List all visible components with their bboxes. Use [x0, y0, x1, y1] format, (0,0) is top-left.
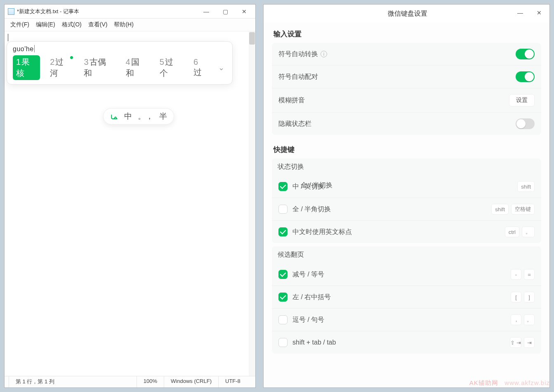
sub-state-switch: 状态切换 [272, 158, 541, 175]
ime-mode-width[interactable]: 半 [159, 111, 167, 122]
key-badge: ⇥ [524, 337, 535, 348]
info-icon[interactable]: i [321, 51, 327, 57]
ime-mode-punct[interactable]: 。， [138, 111, 153, 122]
ime-status-bar[interactable]: 中 。， 半 [103, 108, 174, 125]
section-input-title: 输入设置 [272, 23, 541, 43]
state-row-label: 中 / 英切换全 / 半切换 [292, 182, 517, 191]
ime-mode-chinese[interactable]: 中 [124, 111, 132, 122]
key-badge: shift [517, 181, 535, 192]
statusbar: 第 1 行，第 1 列 100% Windows (CRLF) UTF-8 [5, 376, 255, 387]
state-row-label: 全 / 半角切换 [292, 205, 491, 214]
checkbox[interactable] [278, 227, 288, 236]
paging-row-0: 减号 / 等号-= [272, 263, 541, 286]
settings-window: 微信键盘设置 — ✕ 输入设置 符号自动转换i符号自动配对模糊拼音设置隐藏状态栏… [263, 4, 550, 388]
menu-file[interactable]: 文件(F) [9, 20, 31, 29]
scrollbar-thumb[interactable] [249, 32, 255, 45]
ime-candidate-6[interactable]: 6过 [190, 56, 210, 79]
key-group: shift [517, 181, 535, 192]
key-group: [] [511, 292, 535, 302]
menu-help[interactable]: 帮助(H) [112, 20, 135, 29]
menu-format[interactable]: 格式(O) [60, 20, 83, 29]
watermark: AK辅助网 www.akfzw.biz [469, 379, 550, 387]
settings-minimize-button[interactable]: — [511, 6, 530, 19]
state-row-label: 中文时使用英文标点 [292, 228, 505, 236]
key-badge: ， [511, 314, 521, 325]
notepad-title: *新建文本文档.txt - 记事本 [17, 8, 197, 15]
input-row-1: 符号自动配对 [272, 65, 541, 88]
key-badge: ] [524, 292, 535, 302]
state-row-2: 中文时使用英文标点ctrl。 [272, 220, 541, 243]
input-row-3: 隐藏状态栏 [272, 112, 541, 135]
ime-candidates: 1果核2过河3古偶和4国和5过个6过⌄ [13, 55, 226, 80]
status-encoding: UTF-8 [218, 376, 255, 387]
checkbox[interactable] [278, 205, 288, 214]
key-group: shift空格键 [491, 204, 535, 215]
notepad-icon [8, 8, 14, 15]
key-badge: = [524, 269, 535, 280]
menu-view[interactable]: 查看(V) [87, 20, 109, 29]
input-row-label: 符号自动配对 [278, 73, 516, 81]
ime-candidate-3[interactable]: 3古偶和 [80, 55, 116, 80]
settings-titlebar[interactable]: 微信键盘设置 — ✕ [264, 5, 549, 23]
panel-paging: 候选翻页 减号 / 等号-=左 / 右中括号[]逗号 / 句号，。shift +… [272, 246, 541, 354]
settings-button[interactable]: 设置 [509, 94, 535, 106]
ime-candidate-4[interactable]: 4国和 [123, 55, 150, 80]
checkbox[interactable] [278, 182, 288, 191]
key-badge: ctrl [505, 227, 519, 237]
key-badge: 。 [522, 227, 535, 237]
ime-candidate-2[interactable]: 2过河 [47, 55, 74, 80]
settings-title: 微信键盘设置 [388, 9, 427, 18]
checkbox[interactable] [278, 293, 288, 302]
checkbox[interactable] [278, 315, 288, 324]
input-row-label: 符号自动转换i [278, 50, 516, 59]
close-button[interactable]: ✕ [235, 5, 254, 18]
key-badge: - [511, 269, 521, 280]
settings-body[interactable]: 输入设置 符号自动转换i符号自动配对模糊拼音设置隐藏状态栏 快捷键 状态切换 中… [264, 23, 549, 387]
maximize-button[interactable]: ▢ [216, 5, 235, 18]
status-eol: Windows (CRLF) [164, 376, 218, 387]
toggle-3[interactable] [516, 118, 535, 129]
notepad-titlebar[interactable]: *新建文本文档.txt - 记事本 — ▢ ✕ [5, 5, 255, 19]
menubar: 文件(F) 编辑(E) 格式(O) 查看(V) 帮助(H) [5, 19, 255, 31]
sub-paging: 候选翻页 [272, 246, 541, 263]
paging-row-2: 逗号 / 句号，。 [272, 308, 541, 331]
status-pos: 第 1 行，第 1 列 [9, 376, 137, 387]
scrollbar[interactable] [249, 31, 255, 376]
paging-row-label: 逗号 / 句号 [292, 316, 511, 324]
input-row-label: 隐藏状态栏 [278, 120, 516, 128]
minimize-button[interactable]: — [197, 5, 216, 18]
paging-row-1: 左 / 右中括号[] [272, 286, 541, 308]
ime-candidate-box: guo'he 1果核2过河3古偶和4国和5过个6过⌄ [7, 41, 233, 85]
checkbox[interactable] [278, 338, 288, 347]
text-cursor [8, 34, 8, 41]
section-shortcut-title: 快捷键 [272, 138, 541, 158]
ime-candidate-5[interactable]: 5过个 [156, 55, 184, 80]
paging-row-label: 左 / 右中括号 [292, 293, 511, 302]
ime-logo-icon [110, 112, 118, 120]
toggle-1[interactable] [516, 71, 535, 82]
panel-state-switch: 状态切换 中 / 英切换全 / 半切换shift全 / 半角切换shift空格键… [272, 158, 541, 243]
state-row-1: 全 / 半角切换shift空格键 [272, 198, 541, 220]
key-badge: 。 [524, 314, 535, 325]
paging-row-3: shift + tab / tab⇧ ⇥⇥ [272, 331, 541, 354]
key-badge: [ [511, 292, 521, 302]
ime-candidate-1[interactable]: 1果核 [13, 55, 40, 80]
input-row-0: 符号自动转换i [272, 43, 541, 65]
ime-input-display: guo'he [13, 45, 226, 53]
input-row-2: 模糊拼音设置 [272, 88, 541, 112]
toggle-0[interactable] [516, 49, 535, 59]
key-group: ctrl。 [505, 227, 535, 237]
status-zoom: 100% [137, 376, 164, 387]
key-badge: ⇧ ⇥ [510, 337, 521, 348]
panel-input: 符号自动转换i符号自动配对模糊拼音设置隐藏状态栏 [272, 43, 541, 135]
checkbox[interactable] [278, 270, 288, 279]
paging-row-label: 减号 / 等号 [292, 270, 511, 279]
key-group: -= [511, 269, 535, 280]
settings-close-button[interactable]: ✕ [530, 6, 549, 19]
menu-edit[interactable]: 编辑(E) [34, 20, 57, 29]
state-row-0: 中 / 英切换全 / 半切换shift [272, 175, 541, 198]
ime-expand-icon[interactable]: ⌄ [216, 63, 226, 72]
key-group: ⇧ ⇥⇥ [510, 337, 535, 348]
paging-row-label: shift + tab / tab [292, 339, 510, 346]
key-badge: 空格键 [511, 204, 535, 215]
